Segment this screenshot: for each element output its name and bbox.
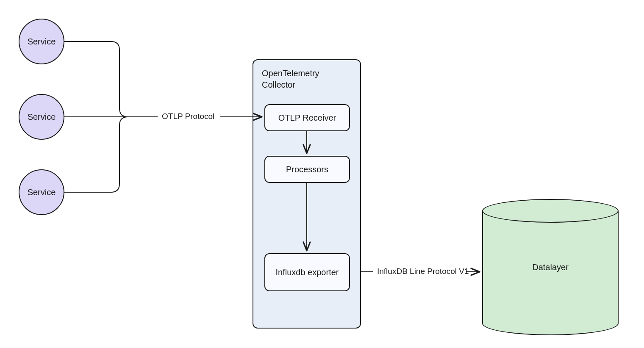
otlp-receiver-label: OTLP Receiver (278, 112, 336, 123)
influxdb-exporter-label: Influxdb exporter (276, 267, 339, 278)
cylinder-bottom (482, 312, 619, 335)
service-node-3-label: Service (28, 188, 56, 197)
service-node-1-label: Service (28, 37, 56, 47)
opentelemetry-collector: OpenTelemetry Collector OTLP Receiver Pr… (253, 59, 361, 329)
processors-box: Processors (264, 156, 350, 183)
cylinder-top (482, 199, 619, 223)
otlp-protocol-label: OTLP Protocol (160, 112, 216, 121)
datalayer-label: Datalayer (532, 262, 569, 272)
service-node-2: Service (19, 94, 64, 140)
architecture-diagram: Service Service Service OpenTelemetry Co… (0, 0, 644, 348)
collector-title: OpenTelemetry Collector (261, 66, 353, 95)
service-node-2-label: Service (28, 112, 56, 122)
datalayer-cylinder: Datalayer (482, 199, 619, 335)
influxdb-exporter-box: Influxdb exporter (264, 253, 350, 291)
influxdb-line-protocol-label: InfluxDB Line Protocol V1 (375, 267, 471, 276)
service-node-1: Service (19, 19, 64, 64)
processors-label: Processors (286, 164, 328, 175)
service-node-3: Service (19, 169, 64, 215)
otlp-receiver-box: OTLP Receiver (264, 104, 350, 131)
